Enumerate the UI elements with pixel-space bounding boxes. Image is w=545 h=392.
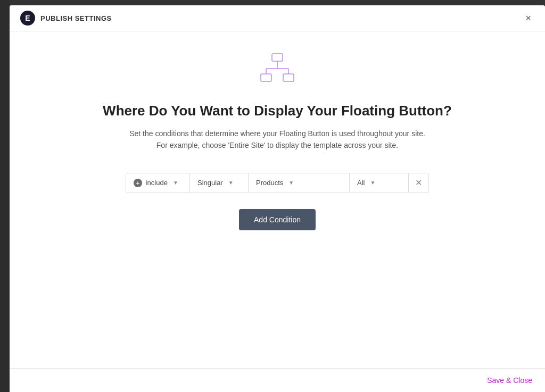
singular-arrow-icon: ▼ [228,180,234,186]
save-close-button[interactable]: Save & Close [487,376,532,385]
modal-footer: Save & Close [10,368,545,392]
include-dropdown[interactable]: + Include ▼ [126,173,190,193]
all-label: All [357,179,365,187]
modal-title: PUBLISH SETTINGS [40,14,112,22]
add-condition-button[interactable]: Add Condition [239,209,316,230]
background-overlay: E PUBLISH SETTINGS × [0,0,545,392]
include-plus-icon: + [134,179,142,187]
products-label: Products [256,179,283,187]
all-dropdown[interactable]: All ▼ [350,173,408,192]
singular-label: Singular [197,179,223,187]
sidebar-hint [0,0,10,392]
modal-header-left: E PUBLISH SETTINGS [20,11,112,26]
include-label: Include [145,179,168,187]
modal-body: Where Do You Want to Display Your Floati… [10,31,545,368]
description-line1: Set the conditions that determine where … [129,129,425,138]
network-icon [259,53,296,87]
modal-dialog: E PUBLISH SETTINGS × [10,5,545,392]
condition-row: + Include ▼ Singular ▼ Products ▼ All [126,173,429,193]
svg-rect-1 [261,74,271,81]
description-line2: For example, choose 'Entire Site' to dis… [156,141,398,149]
products-dropdown[interactable]: Products ▼ [249,173,350,192]
elementor-logo-letter: E [25,14,30,22]
delete-condition-button[interactable]: ✕ [408,173,428,192]
products-arrow-icon: ▼ [288,180,294,186]
all-arrow-icon: ▼ [370,180,375,186]
main-heading: Where Do You Want to Display Your Floati… [103,103,452,119]
modal-header: E PUBLISH SETTINGS × [10,5,545,31]
elementor-logo-icon: E [20,11,35,26]
singular-dropdown[interactable]: Singular ▼ [190,173,249,192]
include-arrow-icon: ▼ [173,180,178,186]
svg-rect-2 [283,74,294,81]
modal-close-button[interactable]: × [522,12,534,24]
svg-rect-0 [272,54,283,61]
main-description: Set the conditions that determine where … [129,128,425,152]
